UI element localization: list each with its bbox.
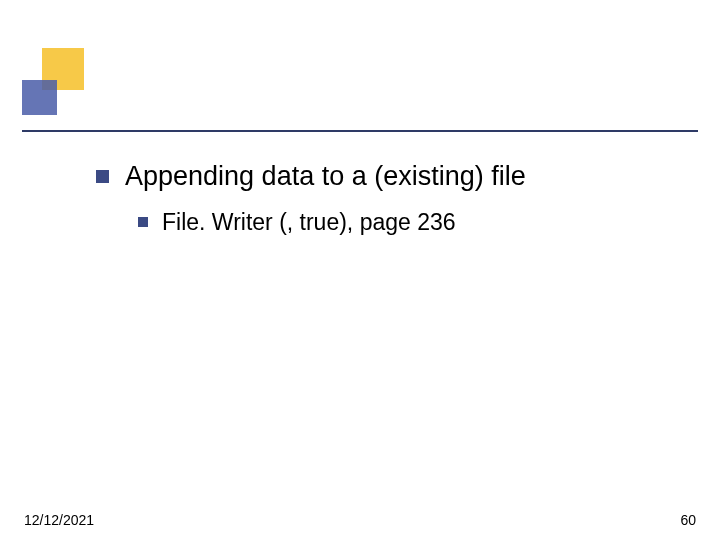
header-rule [22, 130, 698, 132]
square-bullet-icon [96, 170, 109, 183]
bullet-level2: File. Writer (, true), page 236 [138, 208, 680, 237]
bullet-level2-text: File. Writer (, true), page 236 [162, 208, 456, 237]
footer-page-number: 60 [680, 512, 696, 528]
bullet-level1: Appending data to a (existing) file [96, 160, 680, 194]
bullet-level1-text: Appending data to a (existing) file [125, 160, 526, 194]
slide-footer: 12/12/2021 60 [24, 512, 696, 528]
header-graphic [22, 48, 142, 130]
decorative-square-blue [22, 80, 57, 115]
slide-content: Appending data to a (existing) file File… [96, 160, 680, 237]
footer-date: 12/12/2021 [24, 512, 94, 528]
square-bullet-icon [138, 217, 148, 227]
